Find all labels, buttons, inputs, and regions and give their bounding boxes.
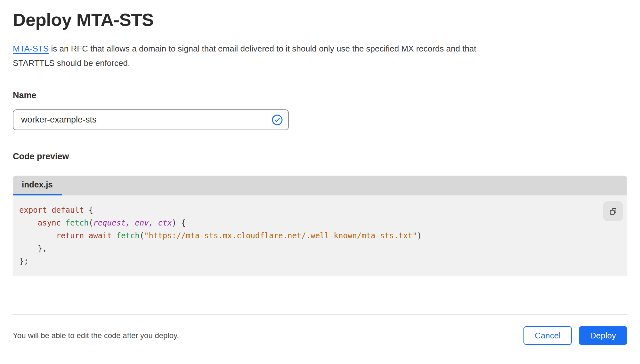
copy-icon	[608, 206, 618, 216]
code-panel: index.js export default { async fetch(re…	[13, 176, 627, 276]
deploy-mta-sts-page: Deploy MTA-STS MTA-STS is an RFC that al…	[13, 10, 627, 364]
footer-note: You will be able to edit the code after …	[13, 331, 179, 340]
name-section: Name	[13, 90, 627, 130]
tab-label: index.js	[22, 180, 53, 190]
check-circle-icon	[271, 114, 283, 126]
footer: You will be able to edit the code after …	[13, 326, 627, 345]
copy-code-button[interactable]	[603, 201, 623, 221]
code-preview-label: Code preview	[13, 151, 627, 162]
name-input-wrap	[13, 109, 289, 130]
code-tab-bar: index.js	[13, 176, 627, 195]
cancel-button[interactable]: Cancel	[523, 326, 572, 345]
page-description-text: is an RFC that allows a domain to signal…	[13, 44, 476, 68]
code-editor[interactable]: export default { async fetch(request, en…	[13, 195, 627, 276]
name-input[interactable]	[13, 109, 289, 130]
page-description: MTA-STS is an RFC that allows a domain t…	[13, 42, 496, 70]
code-content: export default { async fetch(request, en…	[13, 204, 627, 268]
code-preview-section: Code preview index.js export default { a…	[13, 151, 627, 276]
code-line: return await fetch("https://mta-sts.mx.c…	[13, 229, 627, 242]
footer-divider	[13, 314, 627, 315]
code-line: },	[13, 242, 627, 255]
mta-sts-link[interactable]: MTA-STS	[13, 44, 49, 53]
code-line: };	[13, 255, 627, 268]
page-title: Deploy MTA-STS	[13, 10, 627, 30]
tab-index-js[interactable]: index.js	[13, 176, 62, 195]
deploy-button[interactable]: Deploy	[579, 326, 627, 345]
code-line: async fetch(request, env, ctx) {	[13, 217, 627, 229]
footer-actions: Cancel Deploy	[523, 326, 627, 345]
code-line: export default {	[13, 204, 627, 217]
name-label: Name	[13, 90, 627, 100]
